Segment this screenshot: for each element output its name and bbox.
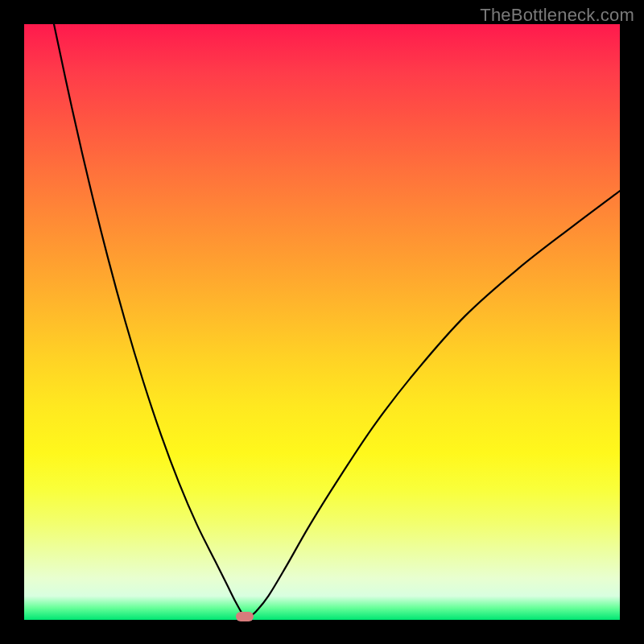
curve-left-branch (54, 24, 245, 619)
bottleneck-marker (236, 612, 254, 621)
chart-frame: TheBottleneck.com (0, 0, 644, 644)
chart-curve-layer (24, 24, 620, 620)
watermark-text: TheBottleneck.com (480, 5, 634, 26)
curve-right-branch (248, 191, 621, 618)
